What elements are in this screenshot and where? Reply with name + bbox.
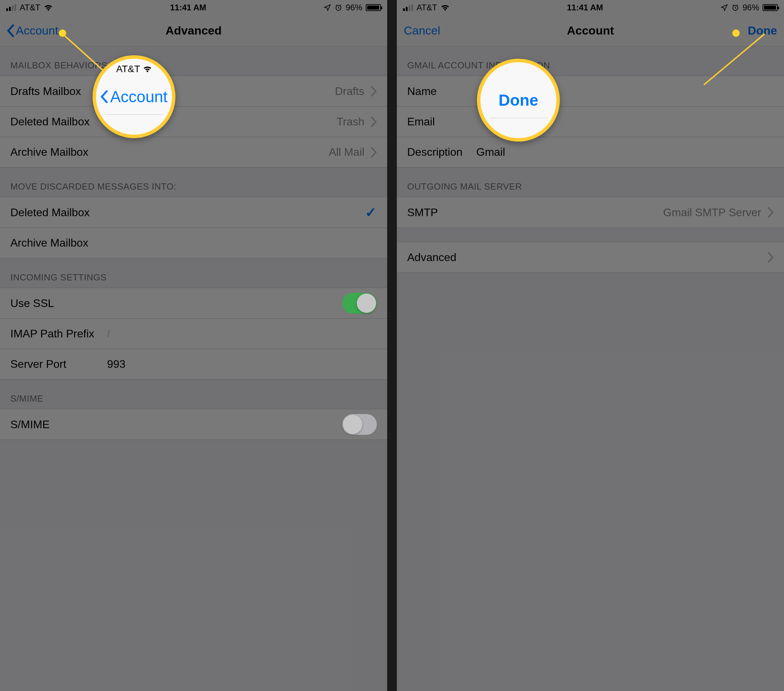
row-value: / [107,327,110,340]
location-arrow-icon [324,4,331,12]
email-row[interactable]: Email [397,106,784,137]
battery-icon [763,4,778,11]
screenshot-advanced-settings: AT&T 11:41 AM 96% Account [0,0,387,691]
callout-account: AT&T Account [92,55,175,138]
row-label: Archive Mailbox [10,146,100,158]
status-carrier: AT&T [417,3,437,12]
status-bar: AT&T 11:41 AM 96% [397,0,784,15]
row-label: Deleted Mailbox [10,206,100,219]
location-arrow-icon [720,4,728,12]
section-header-outgoing: OUTGOING MAIL SERVER [397,168,784,197]
nav-title: Account [567,24,614,37]
chevron-right-icon [768,207,774,217]
wifi-icon [441,4,450,11]
back-label: Account [16,24,58,37]
smtp-row[interactable]: SMTP Gmail SMTP Server [397,197,784,227]
annotation-dot [732,30,740,37]
server-port-row[interactable]: Server Port 993 [0,349,387,379]
chevron-right-icon [371,86,377,96]
callout-main-text: Account [110,87,168,106]
chevron-right-icon [768,252,774,262]
row-value: Gmail SMTP Server [663,206,761,219]
checkmark-icon: ✓ [365,204,377,220]
name-row[interactable]: Name [397,76,784,106]
wifi-icon [143,66,152,72]
callout-done: Done [477,59,560,141]
status-time: 11:41 AM [567,3,603,12]
row-value: Trash [336,115,364,128]
callout-main-text: Done [499,91,539,109]
chevron-right-icon [371,117,377,127]
annotation-dot [59,30,66,37]
chevron-left-icon [100,90,108,103]
row-label: Email [407,115,476,128]
row-label: Description [407,146,476,158]
chevron-right-icon [371,147,377,158]
wifi-icon [44,4,53,11]
row-label: Archive Mailbox [10,237,100,249]
move-discarded-group: Deleted Mailbox ✓ Archive Mailbox [0,197,387,258]
status-bar: AT&T 11:41 AM 96% [0,0,387,15]
row-value: All Mail [329,146,364,158]
archive-mailbox-row[interactable]: Archive Mailbox All Mail [0,137,387,167]
incoming-group: Use SSL IMAP Path Prefix / Server Port 9… [0,288,387,380]
section-header-mailbox-behaviors: MAILBOX BEHAVIORS [0,46,387,76]
outgoing-group: SMTP Gmail SMTP Server [397,197,784,228]
section-header-account-info: GMAIL ACCOUNT INFORMATION [397,46,784,76]
advanced-group: Advanced [397,242,784,273]
nav-bar: Account Advanced [0,15,387,46]
row-label: Drafts Mailbox [10,85,100,98]
row-label: Server Port [10,358,100,370]
status-carrier: AT&T [20,3,40,12]
smime-row: S/MIME [0,409,387,439]
mailbox-behaviors-group: Drafts Mailbox Drafts Deleted Mailbox Tr… [0,76,387,168]
row-label: Deleted Mailbox [10,115,100,128]
nav-bar: Cancel Account Done [397,15,784,46]
drafts-mailbox-row[interactable]: Drafts Mailbox Drafts [0,76,387,106]
row-label: Name [407,85,476,98]
row-label: SMTP [407,206,497,219]
battery-icon [366,4,381,11]
smime-toggle[interactable] [342,414,377,435]
status-time: 11:41 AM [170,3,206,12]
row-label: S/MIME [10,418,100,431]
use-ssl-toggle[interactable] [342,293,377,314]
section-header-smime: S/MIME [0,380,387,409]
use-ssl-row: Use SSL [0,288,387,318]
cancel-label: Cancel [404,24,440,37]
screenshot-account-settings: AT&T 11:41 AM 96% Cancel Account [397,0,784,691]
row-value: Gmail [476,146,505,158]
alarm-clock-icon [731,4,739,12]
callout-carrier: AT&T [116,64,140,75]
back-to-account-button[interactable]: Account [7,24,58,37]
smime-group: S/MIME [0,409,387,440]
row-value: Drafts [335,85,364,98]
imap-path-prefix-row[interactable]: IMAP Path Prefix / [0,318,387,349]
alarm-clock-icon [335,4,342,12]
section-header-incoming: INCOMING SETTINGS [0,258,387,288]
cancel-button[interactable]: Cancel [404,24,440,37]
archive-mailbox-option[interactable]: Archive Mailbox [0,227,387,258]
deleted-mailbox-option[interactable]: Deleted Mailbox ✓ [0,197,387,227]
chevron-left-icon [7,25,15,37]
cell-signal-icon [6,4,16,11]
row-label: IMAP Path Prefix [10,327,100,340]
row-label: Advanced [407,251,497,264]
cell-signal-icon [403,4,413,11]
account-info-group: Name Email Description Gmail [397,76,784,168]
row-value: 993 [107,358,125,370]
status-battery-pct: 96% [346,3,362,12]
description-row[interactable]: Description Gmail [397,137,784,167]
nav-title: Advanced [165,24,222,37]
row-label: Use SSL [10,297,100,310]
advanced-row[interactable]: Advanced [397,242,784,273]
section-header-move-discarded: MOVE DISCARDED MESSAGES INTO: [0,168,387,197]
status-battery-pct: 96% [743,3,759,12]
deleted-mailbox-row[interactable]: Deleted Mailbox Trash [0,106,387,137]
